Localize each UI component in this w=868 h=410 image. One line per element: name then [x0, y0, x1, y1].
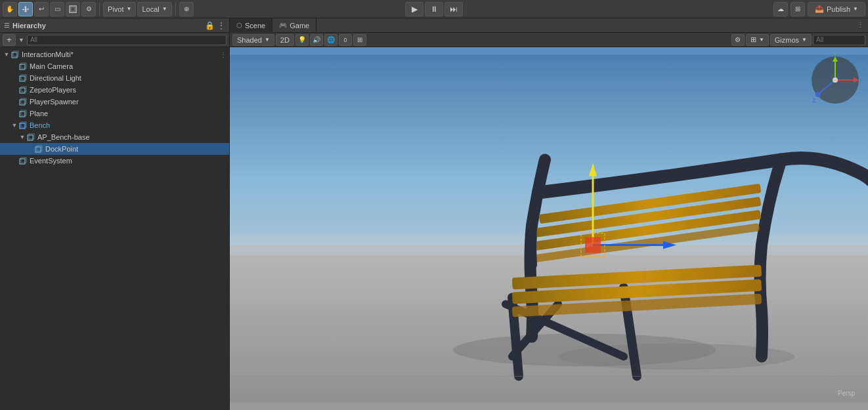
scene-tabs: ⬡ Scene 🎮 Game ⋮ — [230, 18, 868, 33]
play-button[interactable]: ▶ — [405, 2, 423, 16]
hierarchy-item-player-spawner[interactable]: PlayerSpawner — [0, 96, 229, 108]
expand-icon: ▼ — [3, 51, 11, 58]
hierarchy-item-event-system[interactable]: EventSystem — [0, 155, 229, 167]
svg-rect-16 — [29, 134, 34, 139]
three-dots-interaction[interactable]: ⋮ — [220, 51, 227, 58]
svg-point-54 — [833, 77, 838, 83]
svg-rect-6 — [21, 75, 26, 80]
audio-toggle[interactable]: 🔊 — [310, 34, 323, 46]
local-label: Local — [142, 5, 159, 13]
hierarchy-item-main-camera[interactable]: Main Camera — [0, 60, 229, 72]
hierarchy-item-directional-light[interactable]: Directional Light — [0, 72, 229, 84]
scene-view-icon: ⊞ — [750, 35, 756, 44]
play-controls: ▶ ⏸ ⏭ — [405, 2, 463, 16]
toolbar-right: ☁ ⊞ 📤 Publish ▼ — [773, 2, 865, 16]
bench-icon — [18, 121, 28, 130]
hierarchy-title: Hierarchy — [12, 22, 46, 30]
mode-2d-dropdown[interactable]: 2D — [276, 34, 294, 46]
cube-icon — [11, 50, 20, 59]
undo-tool[interactable]: ↩ — [34, 2, 49, 16]
zepeto-icon — [18, 85, 28, 94]
toolbar-sep-2 — [175, 3, 176, 16]
hierarchy-label-interaction-multi: InteractionMulti* — [22, 51, 74, 58]
svg-rect-10 — [21, 98, 26, 104]
hierarchy-more-icon[interactable]: ⋮ — [217, 21, 225, 30]
tab-game[interactable]: 🎮 Game — [272, 18, 316, 33]
scene-settings-btn[interactable]: ⚙ — [731, 34, 745, 46]
svg-rect-42 — [585, 237, 601, 253]
hierarchy-item-dockpoint[interactable]: DockPoint — [0, 143, 229, 155]
publish-chevron: ▼ — [853, 6, 858, 12]
spawner-icon — [18, 97, 28, 106]
pause-button[interactable]: ⏸ — [425, 2, 443, 16]
svg-rect-14 — [21, 122, 26, 127]
light-toggle[interactable]: 💡 — [295, 34, 309, 46]
crop-tool[interactable] — [66, 2, 80, 16]
scene-toolbar: Shaded ▼ 2D 💡 🔊 🌐 0 ⊞ ⚙ ⊞ ▼ Gizmos ▼ — [230, 33, 868, 47]
hierarchy-dropdown-icon[interactable]: ▼ — [18, 37, 24, 43]
hierarchy-label-main-camera: Main Camera — [30, 62, 73, 70]
grid-btn[interactable]: ⊞ — [353, 34, 366, 46]
scene-tabs-more[interactable]: ⋮ — [853, 21, 868, 30]
svg-text:Z: Z — [812, 97, 816, 104]
local-dropdown[interactable]: Local ▼ — [137, 2, 171, 16]
game-tab-label: Game — [290, 22, 309, 30]
shading-label: Shaded — [237, 36, 262, 44]
hierarchy-item-bench[interactable]: ▼ Bench — [0, 119, 229, 131]
scene-right-toolbar: ⚙ ⊞ ▼ Gizmos ▼ — [731, 34, 865, 46]
move-tool[interactable] — [18, 2, 33, 16]
scene-tab-icon: ⬡ — [236, 22, 242, 29]
hierarchy-item-ap-bench[interactable]: ▼ AP_Bench-base — [0, 131, 229, 143]
hierarchy-item-zepeto-players[interactable]: ZepetoPlayers — [0, 84, 229, 96]
hierarchy-label-directional-light: Directional Light — [30, 74, 81, 82]
hierarchy-item-plane[interactable]: Plane — [0, 108, 229, 119]
layers-tool[interactable]: ⊕ — [179, 2, 194, 16]
layer-0-btn[interactable]: 0 — [339, 34, 352, 46]
ap-bench-icon — [26, 133, 35, 142]
step-button[interactable]: ⏭ — [445, 2, 463, 16]
settings-tool[interactable]: ⚙ — [81, 2, 96, 16]
publish-button[interactable]: 📤 Publish ▼ — [808, 2, 865, 16]
hierarchy-panel: ☰ Hierarchy 🔒 ⋮ + ▼ ▼ InteractionMulti* … — [0, 18, 230, 410]
rect-tool[interactable]: ▭ — [50, 2, 64, 16]
hand-tool[interactable]: ✋ — [3, 2, 17, 16]
cloud-button[interactable]: ☁ — [773, 2, 788, 16]
scene-view-dropdown[interactable]: ⊞ ▼ — [746, 34, 769, 46]
tab-scene[interactable]: ⬡ Scene — [230, 18, 272, 33]
hierarchy-header-icons: 🔒 ⋮ — [205, 21, 225, 30]
hierarchy-content: ▼ InteractionMulti* ⋮ Main Camera — [0, 47, 229, 410]
expand-icon-bench: ▼ — [11, 122, 18, 129]
svg-rect-20 — [21, 157, 26, 163]
hierarchy-icon: ☰ — [4, 22, 10, 29]
scene-search-input[interactable] — [813, 35, 865, 45]
hierarchy-lock-icon[interactable]: 🔒 — [205, 21, 215, 30]
svg-rect-19 — [20, 159, 25, 164]
svg-rect-1 — [12, 52, 17, 58]
nav-gizmo[interactable]: Y X Z — [809, 54, 861, 106]
hierarchy-search-input[interactable] — [27, 35, 227, 45]
scene-tab-label: Scene — [245, 22, 265, 30]
hierarchy-label-ap-bench: AP_Bench-base — [37, 133, 90, 141]
gizmos-chevron: ▼ — [802, 37, 807, 43]
gizmos-label: Gizmos — [775, 36, 799, 44]
hierarchy-toolbar: + ▼ — [0, 33, 229, 47]
viewport[interactable]: Y X Z Persp — [230, 47, 868, 410]
pivot-chevron: ▼ — [126, 6, 131, 12]
shading-dropdown[interactable]: Shaded ▼ — [232, 34, 274, 46]
mode-2d-label: 2D — [280, 36, 290, 44]
right-panel: ⬡ Scene 🎮 Game ⋮ Shaded ▼ 2D 💡 🔊 🌐 0 ⊞ — [230, 18, 868, 410]
svg-rect-4 — [21, 63, 26, 68]
camera-icon — [18, 62, 28, 71]
svg-rect-2 — [13, 51, 18, 56]
effects-toggle[interactable]: 🌐 — [324, 34, 337, 46]
pivot-dropdown[interactable]: Pivot ▼ — [103, 2, 136, 16]
hierarchy-label-bench: Bench — [30, 121, 50, 129]
layout-button[interactable]: ⊞ — [791, 2, 805, 16]
gizmos-dropdown[interactable]: Gizmos ▼ — [770, 34, 812, 46]
publish-label: Publish — [827, 5, 850, 13]
light-icon — [18, 73, 28, 83]
hierarchy-add-button[interactable]: + — [3, 34, 16, 46]
hierarchy-item-interaction-multi[interactable]: ▼ InteractionMulti* ⋮ — [0, 49, 229, 60]
svg-rect-13 — [20, 123, 25, 129]
svg-rect-7 — [20, 88, 25, 93]
